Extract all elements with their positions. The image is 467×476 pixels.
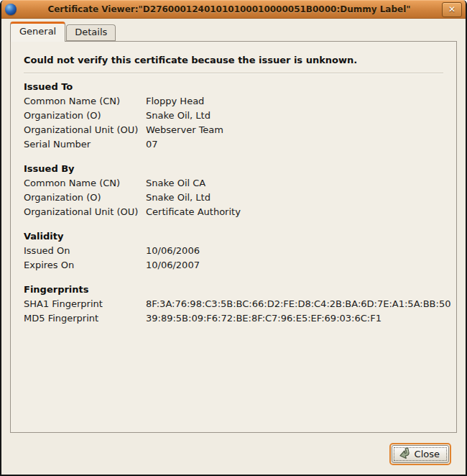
field-value: 10/06/2006 [146, 244, 200, 258]
close-button-label: Close [415, 449, 440, 459]
field-label: Organizational Unit (OU) [24, 205, 146, 219]
window-close-button[interactable]: ✕ [442, 2, 462, 17]
cert-field-row: Organizational Unit (OU) Webserver Team [24, 123, 443, 137]
field-value: Floppy Head [146, 94, 204, 109]
dialog-action-area: Close [1, 433, 466, 475]
field-value: Webserver Team [146, 123, 223, 137]
section-heading: Fingerprints [24, 283, 443, 297]
section-heading: Validity [24, 229, 443, 244]
cert-field-row: Common Name (CN) Snake Oil CA [24, 176, 443, 191]
section-validity: Validity Issued On 10/06/2006 Expires On… [24, 229, 443, 273]
field-value: 10/06/2007 [146, 258, 200, 273]
tab-general[interactable]: General [10, 22, 65, 42]
field-label: SHA1 Fingerprint [24, 297, 146, 311]
close-x-icon: ✕ [448, 5, 456, 14]
cert-field-row: Organizational Unit (OU) Certificate Aut… [24, 205, 443, 219]
window-title: Certificate Viewer:"D2760001240101010001… [21, 4, 438, 14]
section-heading: Issued By [24, 162, 443, 176]
field-label: Common Name (CN) [24, 176, 146, 191]
field-label: Expires On [24, 258, 146, 273]
field-value: Certificate Authority [146, 205, 241, 219]
tab-strip: General Details [10, 22, 466, 41]
field-value: Snake Oil CA [146, 176, 205, 191]
cert-field-row: Expires On 10/06/2007 [24, 258, 443, 273]
general-tab-page: Could not verify this certificate becaus… [10, 41, 457, 433]
cert-field-row: Organization (O) Snake Oil, Ltd [24, 109, 443, 123]
cert-field-row: Organization (O) Snake Oil, Ltd [24, 191, 443, 205]
tab-details[interactable]: Details [66, 24, 116, 41]
section-heading: Issued To [24, 80, 443, 94]
cert-field-row: MD5 Fingerprint 39:89:5B:09:F6:72:BE:8F:… [24, 311, 443, 326]
field-label: Organizational Unit (OU) [24, 123, 146, 137]
cert-field-row: Issued On 10/06/2006 [24, 244, 443, 258]
field-value: 8F:3A:76:98:C3:5B:BC:66:D2:FE:D8:C4:2B:B… [146, 297, 450, 311]
field-value: Snake Oil, Ltd [146, 109, 211, 123]
section-fingerprints: Fingerprints SHA1 Fingerprint 8F:3A:76:9… [24, 283, 443, 326]
close-button-focus-ring: Close [389, 443, 451, 465]
cert-field-row: Serial Number 07 [24, 137, 443, 152]
section-issued-to: Issued To Common Name (CN) Floppy Head O… [24, 80, 443, 152]
separator [24, 73, 443, 74]
return-arrow-icon [397, 447, 412, 461]
certificate-viewer-window: Certificate Viewer:"D2760001240101010001… [0, 0, 467, 476]
field-label: Organization (O) [24, 109, 146, 123]
titlebar[interactable]: Certificate Viewer:"D2760001240101010001… [1, 0, 466, 19]
field-value: 07 [146, 137, 158, 152]
application-icon [5, 4, 17, 15]
field-value: Snake Oil, Ltd [146, 191, 211, 205]
field-label: Common Name (CN) [24, 94, 146, 109]
field-value: 39:89:5B:09:F6:72:BE:8F:C7:96:E5:EF:69:0… [146, 311, 382, 326]
verification-warning-text: Could not verify this certificate becaus… [24, 55, 443, 65]
field-label: Issued On [24, 244, 146, 258]
section-issued-by: Issued By Common Name (CN) Snake Oil CA … [24, 162, 443, 219]
field-label: Serial Number [24, 137, 146, 152]
cert-field-row: Common Name (CN) Floppy Head [24, 94, 443, 109]
field-label: MD5 Fingerprint [24, 311, 146, 326]
field-label: Organization (O) [24, 191, 146, 205]
cert-field-row: SHA1 Fingerprint 8F:3A:76:98:C3:5B:BC:66… [24, 297, 443, 311]
close-button[interactable]: Close [392, 445, 449, 463]
